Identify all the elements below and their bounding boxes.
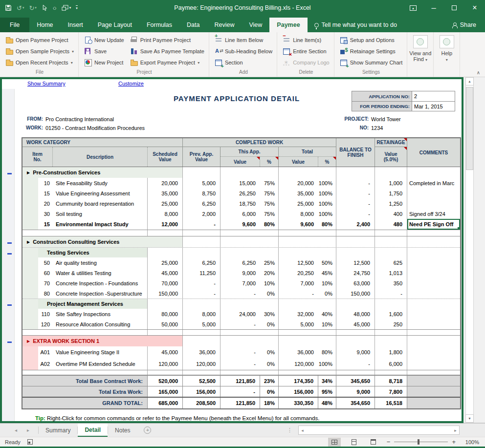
prev-app-value-cell[interactable]: 2,000 [183, 209, 220, 219]
ribbon-tab-file[interactable]: File [0, 18, 29, 32]
ribbon-display-options-icon[interactable]: ▴ [403, 0, 423, 16]
balance-cell[interactable]: 2,400 [336, 219, 375, 230]
total-value-cell[interactable]: 8,000 [279, 209, 318, 219]
scheduled-value-cell[interactable]: 80,000 [148, 309, 183, 319]
this-app-value-cell[interactable]: 6,000 [220, 209, 260, 219]
section-title[interactable]: ▶EXTRA WORK SECTION 1 [22, 336, 183, 346]
empty-cell[interactable] [407, 336, 460, 346]
totals-value-cell[interactable]: 8,718 [375, 376, 407, 386]
item-no-cell[interactable]: A02 [38, 358, 53, 370]
empty-cell[interactable] [336, 167, 375, 178]
header-description[interactable]: Description [53, 147, 148, 167]
this-app-value-cell[interactable]: 15,000 [220, 178, 260, 188]
item-no-cell[interactable]: 20 [38, 198, 53, 209]
empty-cell[interactable] [279, 299, 318, 309]
description-cell[interactable]: Soil testing [53, 209, 148, 219]
print-paymee-project-button[interactable]: Print Paymee Project [128, 35, 207, 45]
balance-cell[interactable]: 12,500 [336, 257, 375, 268]
scheduled-value-cell[interactable]: 45,000 [148, 346, 183, 358]
item-no-cell[interactable]: 70 [38, 278, 53, 288]
description-cell[interactable]: Value Engineering Stage II [53, 346, 148, 358]
collapse-outline-button[interactable] [7, 341, 12, 343]
redo-icon[interactable]: ↻▾ [29, 4, 36, 12]
this-app-pct-cell[interactable]: 20% [260, 268, 279, 278]
totals-value-cell[interactable]: 520,000 [148, 376, 183, 386]
total-value-cell[interactable]: 20,000 [279, 178, 318, 188]
empty-cell[interactable] [183, 336, 220, 346]
total-pct-cell[interactable]: 10% [318, 319, 336, 329]
empty-cell[interactable] [407, 299, 460, 309]
empty-cell[interactable] [336, 236, 375, 247]
normal-view-button[interactable] [328, 438, 341, 447]
empty-cell[interactable] [220, 167, 260, 178]
balance-cell[interactable]: - [336, 178, 375, 188]
total-value-cell[interactable]: 12,500 [279, 257, 318, 268]
prev-app-value-cell[interactable]: 120,000 [183, 358, 220, 370]
work-value[interactable]: 01250 - Contract Modification Procedures [43, 125, 145, 131]
scheduled-value-cell[interactable]: 70,000 [148, 278, 183, 288]
item-no-cell[interactable]: 15 [38, 219, 53, 230]
ribbon-tab-view[interactable]: View [242, 18, 269, 32]
description-cell[interactable]: Site Saftey Inspections [53, 309, 148, 319]
section-title[interactable]: ▶Pre-Construction Services [22, 167, 183, 178]
prev-app-value-cell[interactable]: 8,000 [183, 309, 220, 319]
zoom-in-button[interactable]: + [452, 438, 456, 446]
total-pct-cell[interactable]: 80% [318, 346, 336, 358]
total-pct-cell[interactable]: 0% [318, 288, 336, 299]
prev-app-value-cell[interactable]: 8,750 [183, 188, 220, 198]
empty-cell[interactable] [407, 236, 460, 247]
sheet-tab-notes[interactable]: Notes [108, 424, 137, 437]
share-button[interactable]: Share [452, 21, 485, 32]
comment-cell[interactable] [407, 278, 460, 288]
scroll-left-button[interactable]: ◂ [299, 426, 306, 434]
empty-cell[interactable] [183, 236, 220, 247]
scheduled-value-cell[interactable]: 45,000 [148, 268, 183, 278]
prev-app-value-cell[interactable]: 6,250 [183, 198, 220, 209]
totals-value-cell[interactable]: 156,000 [183, 386, 220, 397]
description-cell[interactable]: Concrete Inspection - Foundations [53, 278, 148, 288]
empty-cell[interactable] [318, 336, 336, 346]
this-app-value-cell[interactable]: - [220, 288, 260, 299]
empty-cell[interactable] [336, 248, 375, 257]
empty-cell[interactable] [183, 248, 220, 257]
item-no-cell[interactable]: 15 [38, 188, 53, 198]
header-this-app-value[interactable]: Value [220, 157, 260, 167]
collapse-ribbon-icon[interactable]: ∧ [477, 70, 480, 75]
total-value-cell[interactable]: 120,000 [279, 358, 318, 370]
balance-cell[interactable]: 48,000 [336, 309, 375, 319]
retainage-cell[interactable]: 1,600 [375, 309, 407, 319]
empty-cell[interactable] [407, 167, 460, 178]
totals-value-cell[interactable]: 48% [318, 398, 336, 408]
balance-cell[interactable]: 63,000 [336, 278, 375, 288]
total-value-cell[interactable]: 5,000 [279, 319, 318, 329]
header-item-no[interactable]: ItemNo. [22, 147, 53, 167]
prev-sheet-icon[interactable]: ◂ [15, 427, 17, 433]
empty-cell[interactable] [148, 248, 183, 257]
empty-cell[interactable] [260, 248, 279, 257]
save-button[interactable]: Save [82, 46, 127, 57]
header-this-app[interactable]: This App. [220, 147, 279, 157]
from-value[interactable]: Pro Contracting International [43, 116, 114, 122]
description-cell[interactable]: Resource Allocation Consulting [53, 319, 148, 329]
total-pct-cell[interactable]: 45% [318, 268, 336, 278]
retainage-cell[interactable]: 1,013 [375, 268, 407, 278]
balance-cell[interactable]: - [336, 188, 375, 198]
total-value-cell[interactable]: 9,600 [279, 219, 318, 230]
total-pct-cell[interactable]: 40% [318, 309, 336, 319]
item-no-cell[interactable]: 60 [38, 268, 53, 278]
totals-value-cell[interactable]: 0% [260, 386, 279, 397]
totals-value-cell[interactable]: 330,350 [279, 398, 318, 408]
this-app-value-cell[interactable]: 18,750 [220, 198, 260, 209]
comment-cell[interactable] [407, 309, 460, 319]
empty-cell[interactable] [375, 299, 407, 309]
section-title[interactable]: ▶Construction Consulting Services [22, 236, 183, 247]
this-app-pct-cell[interactable]: 10% [260, 278, 279, 288]
empty-cell[interactable] [407, 248, 460, 257]
totals-value-cell[interactable]: 208,500 [183, 398, 220, 408]
empty-cell[interactable] [183, 167, 220, 178]
empty-cell[interactable] [318, 299, 336, 309]
balance-cell[interactable]: 150,000 [336, 288, 375, 299]
totals-value-cell[interactable]: 9,000 [336, 386, 375, 397]
retainage-cell[interactable]: 1,250 [375, 198, 407, 209]
scheduled-value-cell[interactable]: 50,000 [148, 319, 183, 329]
